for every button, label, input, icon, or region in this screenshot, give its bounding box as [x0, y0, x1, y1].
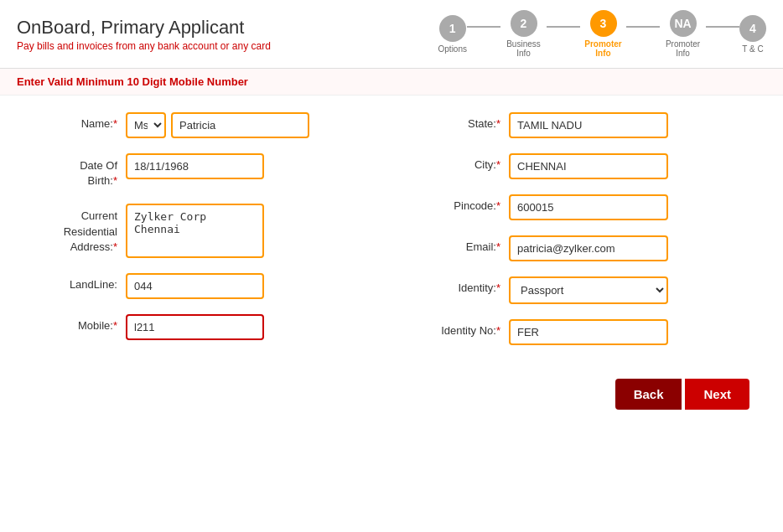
identity-no-input[interactable]	[509, 319, 668, 345]
landline-group: LandLine:	[34, 273, 366, 299]
identity-no-group: Identity No:*	[417, 319, 749, 345]
identity-select[interactable]: Passport Aadhar PAN Voter ID	[509, 276, 668, 304]
next-button[interactable]: Next	[685, 379, 749, 410]
step-2-label: Business Info	[500, 39, 547, 58]
name-input-group: Ms Mr Mrs Dr	[126, 112, 309, 138]
step-line-na-4	[706, 26, 739, 28]
identity-no-label: Identity No:*	[417, 319, 500, 337]
pincode-label: Pincode:*	[417, 194, 500, 212]
logo-area: OnBoard, Primary Applicant Pay bills and…	[17, 17, 271, 52]
step-1: 1 Options	[438, 15, 467, 54]
name-label: Name:*	[34, 112, 117, 130]
dob-input[interactable]	[126, 153, 264, 179]
back-button[interactable]: Back	[615, 379, 682, 410]
step-2-circle: 2	[511, 10, 537, 37]
pincode-group: Pincode:*	[417, 194, 749, 220]
footer-buttons: Back Next	[0, 370, 783, 418]
email-input[interactable]	[509, 235, 668, 261]
identity-label: Identity:*	[417, 276, 500, 294]
logo-bold: OnBoard,	[17, 17, 96, 38]
step-3: 3 Promoter Info	[580, 10, 626, 58]
state-group: State:*	[417, 112, 749, 138]
step-1-circle: 1	[439, 15, 466, 42]
dob-label: Date OfBirth:*	[34, 153, 117, 189]
step-na: NA Promoter Info	[660, 10, 706, 58]
mobile-group: Mobile:*	[34, 314, 366, 340]
state-label: State:*	[417, 112, 500, 130]
right-column: State:* City:* Pincode:* Email:*	[417, 112, 749, 345]
first-name-input[interactable]	[171, 112, 309, 138]
step-4-label: T & C	[742, 44, 763, 54]
city-input[interactable]	[509, 153, 668, 179]
city-label: City:*	[417, 153, 500, 171]
header: OnBoard, Primary Applicant Pay bills and…	[0, 0, 783, 69]
progress-steps: 1 Options 2 Business Info 3 Promoter Inf…	[438, 10, 766, 58]
tagline: Pay bills and invoices from any bank acc…	[17, 40, 271, 52]
alert-text: Enter Valid Minimum 10 Digit Mobile Numb…	[17, 75, 248, 88]
identity-group: Identity:* Passport Aadhar PAN Voter ID	[417, 276, 749, 304]
logo-sub: Primary Applicant	[96, 17, 244, 38]
step-na-circle: NA	[670, 10, 697, 37]
mobile-input[interactable]	[126, 314, 264, 340]
title-select[interactable]: Ms Mr Mrs Dr	[126, 112, 166, 138]
landline-label: LandLine:	[34, 273, 117, 291]
email-group: Email:*	[417, 235, 749, 261]
name-group: Name:* Ms Mr Mrs Dr	[34, 112, 366, 138]
city-group: City:*	[417, 153, 749, 179]
state-input[interactable]	[509, 112, 668, 138]
step-2: 2 Business Info	[500, 10, 547, 58]
dob-group: Date OfBirth:*	[34, 153, 366, 189]
step-3-circle: 3	[590, 10, 617, 37]
address-input[interactable]: Zylker Corp Chennai	[126, 204, 264, 258]
step-3-label: Promoter Info	[580, 39, 626, 58]
main-content: Name:* Ms Mr Mrs Dr Date OfBirth:* C	[0, 96, 783, 362]
left-column: Name:* Ms Mr Mrs Dr Date OfBirth:* C	[34, 112, 366, 345]
address-group: CurrentResidentialAddress:* Zylker Corp …	[34, 204, 366, 258]
address-label: CurrentResidentialAddress:*	[34, 204, 117, 255]
step-1-label: Options	[438, 44, 467, 54]
step-line-1-2	[467, 26, 500, 28]
pincode-input[interactable]	[509, 194, 668, 220]
step-na-label: Promoter Info	[660, 39, 706, 58]
landline-input[interactable]	[126, 273, 264, 299]
step-4: 4 T & C	[739, 15, 766, 54]
step-4-circle: 4	[739, 15, 766, 42]
alert-bar: Enter Valid Minimum 10 Digit Mobile Numb…	[0, 69, 783, 96]
logo-title: OnBoard, Primary Applicant	[17, 17, 271, 39]
step-line-3-na	[626, 26, 660, 28]
step-line-2-3	[547, 26, 580, 28]
mobile-label: Mobile:*	[34, 314, 117, 332]
email-label: Email:*	[417, 235, 500, 253]
